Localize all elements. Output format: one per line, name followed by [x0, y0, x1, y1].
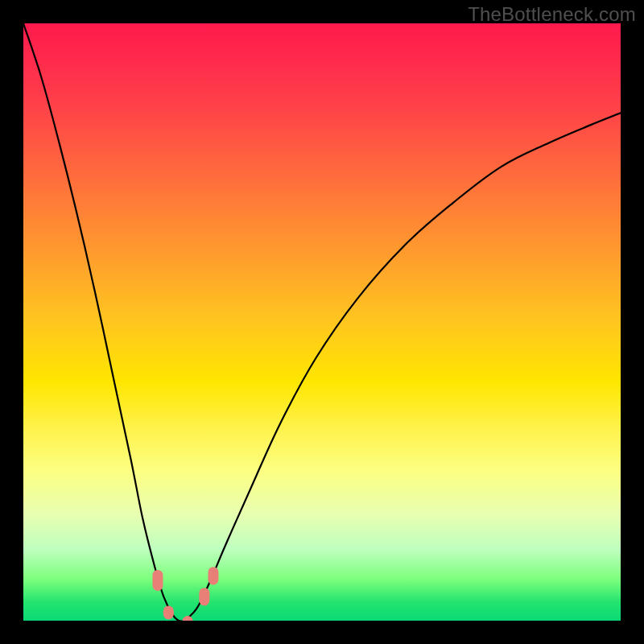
marker-left-b: [163, 605, 174, 619]
marker-right-a: [199, 588, 209, 605]
marker-bottom-a: [183, 616, 193, 621]
plot-area: [23, 23, 621, 621]
marker-left-a: [152, 570, 163, 591]
chart-frame: TheBottleneck.com: [0, 0, 644, 644]
watermark-text: TheBottleneck.com: [468, 3, 636, 26]
series-curve-left: [23, 23, 184, 621]
marker-right-b: [208, 567, 218, 584]
series-curve-right: [184, 113, 621, 621]
curves-svg: [23, 23, 621, 621]
